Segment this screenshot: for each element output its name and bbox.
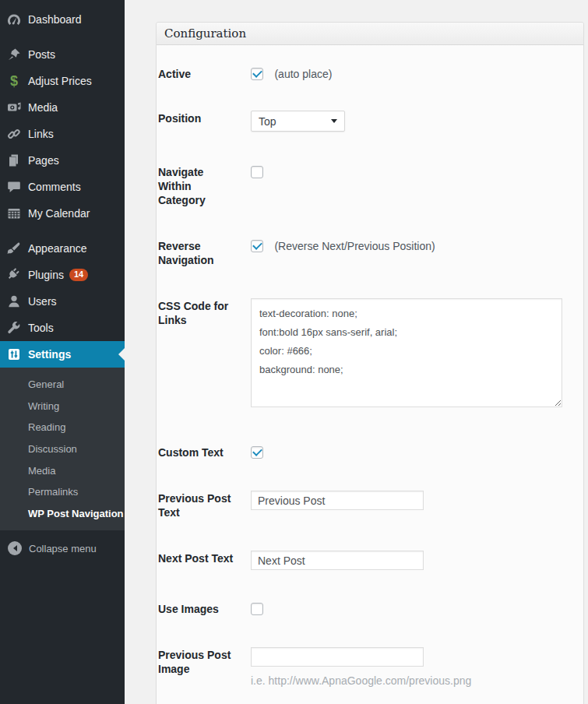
- sidebar-item-posts[interactable]: Posts: [0, 41, 125, 68]
- sidebar-item-pages[interactable]: Pages: [0, 147, 125, 174]
- collapse-menu-button[interactable]: Collapse menu: [0, 535, 125, 561]
- next-post-text-label: Next Post Text: [158, 551, 251, 570]
- sidebar-item-dashboard[interactable]: Dashboard: [0, 6, 125, 33]
- field-reverse-navigation: Reverse Navigation (Reverse Next/Previou…: [158, 238, 568, 267]
- field-previous-post-image: Previous Post Image i.e. http://www.Apna…: [158, 647, 568, 687]
- css-code-textarea[interactable]: text-decoration: none; font:bold 16px sa…: [251, 298, 562, 407]
- previous-post-image-label: Previous Post Image: [158, 647, 251, 687]
- sidebar-subitem-media[interactable]: Media: [0, 460, 125, 482]
- menu-separator: [0, 227, 125, 235]
- active-label: Active: [158, 66, 251, 81]
- camera-icon: [6, 100, 22, 115]
- field-previous-post-text: Previous Post Text: [158, 491, 568, 519]
- sidebar-subitem-discussion[interactable]: Discussion: [0, 438, 125, 460]
- previous-post-text-label: Previous Post Text: [158, 491, 251, 519]
- position-select[interactable]: Top: [251, 111, 345, 132]
- use-images-checkbox[interactable]: [251, 603, 263, 615]
- position-select-value: Top: [259, 115, 276, 128]
- dashboard-icon: [6, 12, 22, 27]
- css-code-label: CSS Code for Links: [158, 298, 251, 410]
- navigate-within-category-checkbox[interactable]: [251, 166, 263, 178]
- sidebar-item-plugins[interactable]: Plugins 14: [0, 262, 125, 288]
- active-checkbox[interactable]: [251, 68, 263, 80]
- sidebar-item-comments[interactable]: Comments: [0, 174, 125, 200]
- panel-title: Configuration: [157, 23, 583, 45]
- previous-post-image-hint: i.e. http://www.ApnaGoogle.com/previous.…: [251, 674, 568, 687]
- sidebar-item-my-calendar[interactable]: My Calendar: [0, 200, 125, 227]
- collapse-menu-label: Collapse menu: [29, 543, 97, 554]
- active-note: (auto place): [274, 68, 332, 80]
- sidebar-item-label: Dashboard: [28, 13, 82, 26]
- paintbrush-icon: [6, 241, 22, 256]
- sidebar-item-links[interactable]: Links: [0, 121, 125, 147]
- menu-separator: [0, 33, 125, 41]
- field-css-code: CSS Code for Links text-decoration: none…: [158, 298, 568, 410]
- sidebar-item-label: Users: [28, 295, 57, 308]
- sidebar-subitem-general[interactable]: General: [0, 374, 125, 396]
- wrench-icon: [6, 320, 22, 336]
- sidebar-item-tools[interactable]: Tools: [0, 315, 125, 341]
- main-content: Configuration Active (auto place) Positi…: [125, 0, 588, 704]
- custom-text-checkbox[interactable]: [251, 446, 263, 459]
- sidebar-item-label: Pages: [28, 154, 59, 167]
- sidebar-item-label: Media: [28, 101, 58, 114]
- field-custom-text: Custom Text: [158, 445, 568, 459]
- reverse-navigation-note: (Reverse Next/Previous Position): [274, 240, 435, 252]
- pin-icon: [6, 47, 22, 62]
- reverse-navigation-label: Reverse Navigation: [158, 238, 251, 267]
- dollar-icon: $: [6, 73, 22, 89]
- previous-post-text-input[interactable]: [251, 491, 424, 510]
- settings-submenu: General Writing Reading Discussion Media…: [0, 368, 125, 530]
- sidebar-item-label: Tools: [28, 322, 54, 334]
- sidebar-subitem-wp-post-navigation[interactable]: WP Post Navigation: [0, 503, 125, 525]
- sidebar-subitem-reading[interactable]: Reading: [0, 417, 125, 438]
- sidebar-item-label: Adjust Prices: [28, 75, 92, 87]
- sidebar-item-label: My Calendar: [28, 207, 90, 220]
- use-images-label: Use Images: [158, 601, 251, 616]
- sidebar-item-label: Settings: [28, 348, 71, 361]
- sliders-icon: [6, 347, 22, 362]
- field-active: Active (auto place): [158, 66, 568, 81]
- sidebar-item-label: Posts: [28, 48, 55, 61]
- next-post-text-input[interactable]: [251, 551, 424, 570]
- collapse-arrow-icon: [8, 541, 22, 555]
- field-position: Position Top: [158, 111, 568, 132]
- pages-icon: [6, 153, 22, 168]
- sidebar-item-label: Links: [28, 128, 54, 140]
- sidebar-item-users[interactable]: Users: [0, 288, 125, 315]
- plug-icon: [6, 267, 22, 283]
- admin-sidebar: Dashboard Posts $ Adjust Prices Media: [0, 0, 125, 704]
- configuration-panel: Configuration Active (auto place) Positi…: [156, 22, 584, 704]
- chain-link-icon: [6, 126, 22, 142]
- sidebar-subitem-permalinks[interactable]: Permalinks: [0, 481, 125, 503]
- sidebar-item-label: Comments: [28, 181, 81, 193]
- chevron-down-icon: [331, 119, 337, 123]
- plugins-count-badge: 14: [69, 269, 88, 281]
- calendar-icon: [6, 206, 22, 221]
- speech-bubble-icon: [6, 179, 22, 195]
- field-navigate-within-category: Navigate Within Category: [158, 164, 568, 207]
- field-next-post-text: Next Post Text: [158, 551, 568, 570]
- position-label: Position: [158, 111, 251, 132]
- user-icon: [6, 294, 22, 309]
- sidebar-item-label: Plugins: [28, 269, 64, 281]
- field-use-images: Use Images: [158, 601, 568, 616]
- sidebar-subitem-writing[interactable]: Writing: [0, 396, 125, 417]
- custom-text-label: Custom Text: [158, 445, 251, 459]
- sidebar-item-settings[interactable]: Settings: [0, 341, 125, 368]
- sidebar-item-appearance[interactable]: Appearance: [0, 235, 125, 262]
- sidebar-item-media[interactable]: Media: [0, 94, 125, 121]
- sidebar-item-adjust-prices[interactable]: $ Adjust Prices: [0, 68, 125, 94]
- navigate-within-category-label: Navigate Within Category: [158, 164, 251, 207]
- reverse-navigation-checkbox[interactable]: [251, 240, 263, 252]
- sidebar-item-label: Appearance: [28, 242, 87, 255]
- previous-post-image-input[interactable]: [251, 647, 424, 667]
